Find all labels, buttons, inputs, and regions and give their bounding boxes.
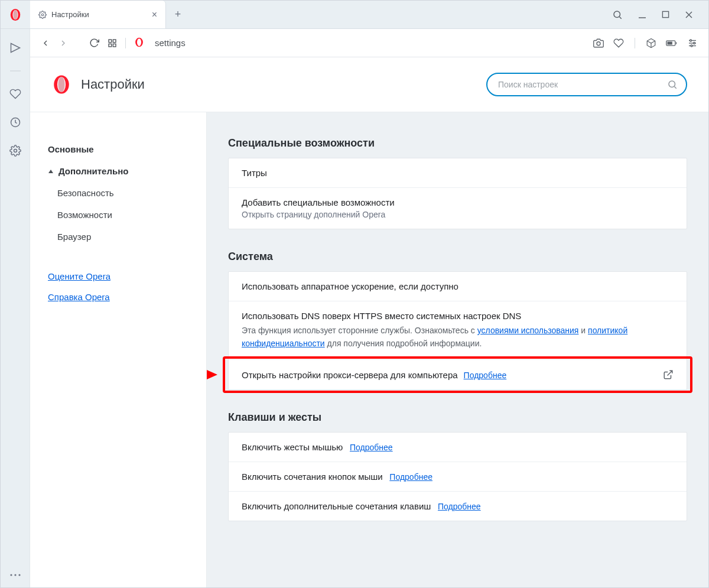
- settings-search[interactable]: [486, 73, 687, 96]
- settings-detail: Специальные возможности Титры Добавить с…: [207, 112, 708, 587]
- cube-icon[interactable]: [646, 38, 656, 48]
- app-logo[interactable]: [1, 1, 30, 28]
- svg-point-13: [14, 150, 17, 152]
- link-rate-opera[interactable]: Оцените Opera: [48, 271, 192, 281]
- section-system-title: Система: [228, 251, 687, 263]
- more-icon[interactable]: [9, 573, 21, 577]
- opera-logo-icon: [51, 74, 71, 95]
- window-controls: [612, 1, 708, 28]
- heart-icon[interactable]: [9, 88, 21, 100]
- caret-up-icon: [48, 168, 54, 174]
- svg-point-15: [14, 574, 16, 576]
- row-rocker-gestures[interactable]: Включить сочетания кнопок мыши Подробнее: [229, 462, 687, 491]
- settings-header: Настройки: [30, 57, 708, 112]
- svg-rect-7: [662, 11, 668, 17]
- search-icon: [667, 79, 678, 90]
- settings-gear-icon[interactable]: [9, 145, 21, 157]
- svg-point-3: [41, 14, 44, 16]
- browser-tab[interactable]: Настройки ×: [30, 1, 166, 28]
- svg-line-39: [668, 371, 672, 376]
- row-hardware-accel[interactable]: Использовать аппаратное ускорение, если …: [229, 272, 687, 301]
- svg-line-5: [619, 17, 621, 18]
- settings-nav: Основные Дополнительно Безопасность Возм…: [30, 112, 207, 587]
- new-tab-button[interactable]: +: [166, 1, 190, 28]
- search-icon[interactable]: [612, 9, 623, 20]
- svg-point-22: [137, 38, 141, 46]
- section-accessibility-title: Специальные возможности: [228, 137, 687, 150]
- svg-point-35: [58, 77, 64, 92]
- back-icon[interactable]: [41, 38, 50, 48]
- svg-marker-10: [11, 44, 19, 53]
- row-captions[interactable]: Титры: [229, 158, 687, 187]
- nav-item-features[interactable]: Возможности: [44, 204, 192, 226]
- close-tab-icon[interactable]: ×: [152, 10, 157, 20]
- svg-rect-18: [113, 40, 116, 43]
- section-gestures-title: Клавиши и жесты: [228, 411, 687, 424]
- svg-rect-25: [668, 41, 672, 44]
- speed-dial-icon[interactable]: [108, 38, 117, 48]
- arrow-icon: [207, 369, 219, 381]
- svg-point-32: [691, 45, 692, 47]
- nav-item-main[interactable]: Основные: [44, 138, 192, 160]
- address-bar: settings: [30, 29, 708, 57]
- divider-icon: [9, 70, 22, 72]
- settings-search-input[interactable]: [498, 80, 662, 89]
- svg-point-23: [597, 41, 600, 45]
- svg-marker-41: [207, 370, 217, 379]
- send-icon[interactable]: [9, 42, 21, 54]
- nav-item-advanced[interactable]: Дополнительно: [44, 160, 192, 182]
- easy-setup-icon[interactable]: [687, 38, 698, 48]
- svg-marker-38: [48, 170, 53, 173]
- opera-url-icon: [134, 37, 144, 49]
- svg-point-31: [694, 42, 695, 44]
- link-keyboard-more[interactable]: Подробнее: [438, 502, 481, 511]
- link-rocker-more[interactable]: Подробнее: [389, 472, 432, 482]
- link-mouse-gestures-more[interactable]: Подробнее: [350, 443, 393, 452]
- battery-icon[interactable]: [666, 39, 678, 47]
- svg-rect-20: [113, 44, 116, 47]
- link-proxy-more[interactable]: Подробнее: [464, 371, 507, 380]
- url-text[interactable]: settings: [155, 38, 186, 48]
- row-keyboard-shortcuts[interactable]: Включить дополнительные сочетания клавиш…: [229, 491, 687, 521]
- forward-icon[interactable]: [58, 38, 68, 48]
- proxy-title: Открыть настройки прокси-сервера для ком…: [242, 370, 458, 380]
- bookmark-heart-icon[interactable]: [613, 38, 624, 48]
- svg-point-30: [690, 40, 692, 41]
- snapshot-icon[interactable]: [593, 38, 604, 48]
- minimize-icon[interactable]: [638, 11, 646, 19]
- row-mouse-gestures[interactable]: Включить жесты мышью Подробнее: [229, 433, 687, 462]
- history-icon[interactable]: [9, 116, 21, 128]
- svg-point-16: [18, 574, 20, 576]
- system-card: Использовать аппаратное ускорение, если …: [228, 271, 687, 390]
- link-help-opera[interactable]: Справка Opera: [48, 292, 192, 302]
- nav-item-security[interactable]: Безопасность: [44, 182, 192, 204]
- reload-icon[interactable]: [89, 38, 99, 48]
- gestures-card: Включить жесты мышью Подробнее Включить …: [228, 432, 687, 521]
- svg-point-4: [614, 11, 620, 18]
- gear-icon: [38, 11, 47, 19]
- window-close-icon[interactable]: [685, 11, 693, 19]
- annotation-callout: 3: [207, 365, 219, 385]
- svg-point-2: [13, 9, 17, 20]
- titlebar: Настройки × +: [1, 1, 708, 29]
- nav-item-advanced-label: Дополнительно: [58, 166, 128, 176]
- row-dns-https[interactable]: Использовать DNS поверх HTTPS вместо сис…: [229, 301, 687, 359]
- svg-rect-17: [109, 40, 112, 43]
- link-terms[interactable]: условиями использования: [477, 326, 579, 335]
- nav-item-browser[interactable]: Браузер: [44, 226, 192, 248]
- tab-title: Настройки: [51, 10, 147, 19]
- row-add-accessibility[interactable]: Добавить специальные возможности Открыть…: [229, 187, 687, 229]
- row-dns-desc: Эта функция использует сторонние службы.…: [242, 324, 674, 350]
- svg-point-36: [669, 81, 675, 87]
- accessibility-card: Титры Добавить специальные возможности О…: [228, 158, 687, 229]
- svg-point-14: [10, 574, 12, 576]
- browser-sidebar: [1, 29, 30, 587]
- external-link-icon[interactable]: [663, 369, 674, 380]
- svg-line-37: [674, 86, 676, 88]
- page-title: Настройки: [81, 77, 145, 92]
- svg-rect-19: [109, 44, 112, 47]
- maximize-icon[interactable]: [662, 11, 669, 18]
- row-proxy-settings[interactable]: Открыть настройки прокси-сервера для ком…: [229, 359, 687, 389]
